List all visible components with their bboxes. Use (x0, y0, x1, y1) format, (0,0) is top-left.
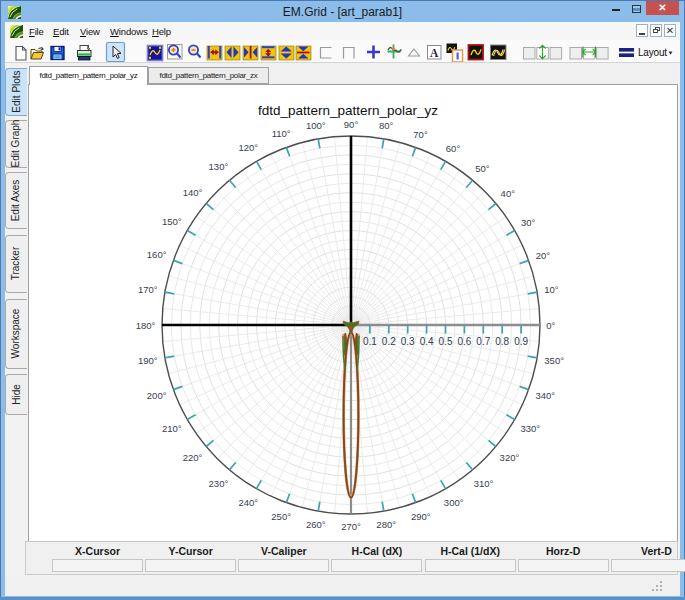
svg-text:70°: 70° (413, 129, 428, 140)
svg-text:130°: 130° (209, 161, 229, 172)
svg-text:90°: 90° (344, 119, 359, 130)
svg-text:100°: 100° (306, 120, 326, 131)
svg-text:0.4: 0.4 (420, 336, 434, 347)
svg-text:160°: 160° (147, 249, 167, 260)
svg-text:0.7: 0.7 (476, 336, 490, 347)
svg-text:280°: 280° (376, 519, 396, 530)
svg-text:0.5: 0.5 (439, 336, 453, 347)
svg-text:0.8: 0.8 (495, 336, 509, 347)
svg-text:110°: 110° (272, 128, 291, 139)
svg-text:270°: 270° (341, 521, 361, 532)
svg-text:60°: 60° (446, 143, 461, 154)
svg-text:20°: 20° (536, 250, 551, 261)
svg-text:fdtd_pattern_pattern_polar_yz: fdtd_pattern_pattern_polar_yz (258, 103, 438, 118)
svg-text:50°: 50° (475, 163, 490, 174)
svg-text:190°: 190° (138, 355, 158, 366)
svg-text:200°: 200° (147, 390, 167, 401)
svg-text:180°: 180° (136, 320, 156, 331)
svg-text:140°: 140° (183, 187, 203, 198)
svg-text:150°: 150° (162, 216, 182, 227)
svg-text:Layout: Layout (638, 47, 667, 58)
svg-text:0.6: 0.6 (457, 336, 471, 347)
svg-text:290°: 290° (411, 511, 431, 522)
svg-text:210°: 210° (162, 423, 182, 434)
svg-text:0.3: 0.3 (401, 336, 415, 347)
svg-text:230°: 230° (209, 478, 229, 489)
svg-text:240°: 240° (238, 497, 258, 508)
svg-text:300°: 300° (444, 497, 464, 508)
svg-text:170°: 170° (138, 284, 158, 295)
svg-text:340°: 340° (536, 390, 556, 401)
svg-text:120°: 120° (238, 142, 258, 153)
svg-text:A: A (430, 47, 439, 59)
svg-text:80°: 80° (379, 120, 394, 131)
svg-text:0.2: 0.2 (382, 336, 396, 347)
svg-text:260°: 260° (306, 519, 326, 530)
svg-text:330°: 330° (520, 423, 540, 434)
svg-text:40°: 40° (501, 188, 516, 199)
svg-text:0.1: 0.1 (363, 336, 377, 347)
svg-text:310°: 310° (474, 478, 494, 489)
svg-text:10°: 10° (544, 284, 559, 295)
svg-text:0°: 0° (546, 320, 555, 331)
svg-text:250°: 250° (271, 511, 291, 522)
svg-text:30°: 30° (521, 217, 536, 228)
svg-text:220°: 220° (183, 452, 203, 463)
svg-text:350°: 350° (544, 355, 564, 366)
svg-text:320°: 320° (500, 452, 520, 463)
svg-text:0.9: 0.9 (514, 336, 528, 347)
